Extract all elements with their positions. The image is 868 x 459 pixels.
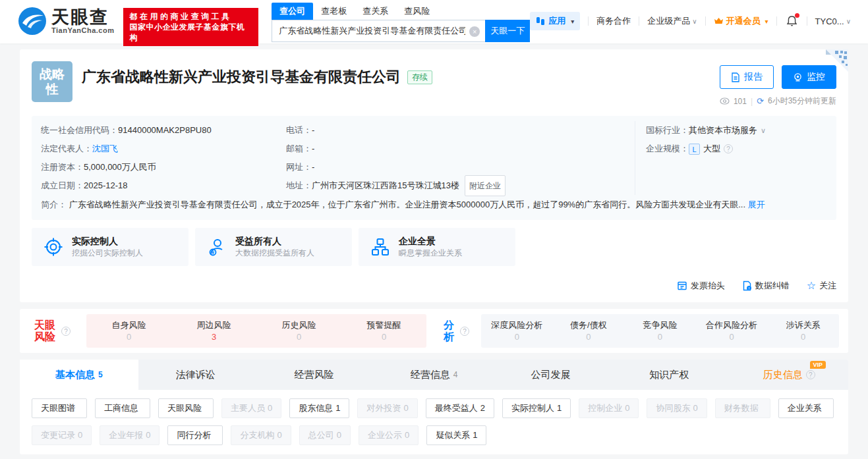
competition-risk-item[interactable]: 竞争风险 0 [624,319,696,343]
apps-grid-icon [536,16,545,26]
update-time: 6小时35分钟前更新 [768,95,836,107]
tianyancha-logo[interactable]: 天眼查 TianYanCha.com [18,7,114,35]
legal-rep-link[interactable]: 沈国飞 [92,140,118,158]
chip-company-relations[interactable]: 企业关系 [778,398,834,418]
reg-capital-label: 注册资本： [41,158,84,176]
question-icon[interactable]: ? [724,144,733,153]
tab-history-info[interactable]: 历史信息 ? VIP [730,360,848,390]
brand-name: 天眼查 [51,8,114,26]
est-date-value: 2025-12-18 [84,176,128,195]
scale-value: 大型 [703,140,720,158]
tab-legal-litigation[interactable]: 法律诉讼 [138,360,257,390]
chip-change-records: 变更记录0 [32,425,92,445]
beneficial-owner-card[interactable]: ¥ 受益所有人 大数据挖掘受益所有人 [195,228,352,266]
search-tab-risk[interactable]: 查风险 [396,3,438,20]
apps-label: 应用 [548,15,565,27]
chevron-down-icon[interactable]: ∨ [761,121,766,140]
chip-ultimate-beneficiary[interactable]: 最终受益人2 [426,398,494,418]
search-tab-company[interactable]: 查公司 [272,3,313,20]
open-vip-menu[interactable]: 开通会员 ▾ [714,15,768,27]
user-account-menu[interactable]: TYC0... ∨ [815,16,851,26]
search-area: 查公司 查老板 查关系 查风险 × 天眼一下 [272,4,530,42]
company-panorama-card[interactable]: 企业全景 瞬息掌握企业关系 [359,228,515,266]
chip-suspected-relations[interactable]: 疑似关系1 [426,425,486,445]
historical-risk-item[interactable]: 历史风险 0 [256,319,341,343]
question-icon: ? [806,370,815,379]
litigation-relation-item[interactable]: 涉诉关系 0 [767,319,839,343]
chip-business-registration[interactable]: 工商信息 [95,398,150,418]
slogan-banner: 都在用的商业查询工具 国家中小企业发展子基金旗下机构 [123,8,258,46]
search-tab-boss[interactable]: 查老板 [313,3,355,20]
main-tabbar: 基本信息5 法律诉讼 经营风险 经营信息4 公司发展 知识产权 历史信息 ? V… [20,360,848,390]
chip-tianyan-risk[interactable]: 天眼风险 [158,398,214,418]
target-icon [43,237,63,257]
nav-divider [639,16,639,26]
search-input[interactable] [272,20,485,41]
email-value: - [312,140,314,158]
nearby-companies-button[interactable]: 附近企业 [465,175,506,196]
nav-divider [588,16,589,26]
intro-label: 简介： [41,200,67,209]
apps-menu[interactable]: 应用 ▾ [530,12,580,30]
question-icon[interactable]: ? [460,327,469,336]
question-icon[interactable]: ? [61,327,71,336]
vip-badge: VIP [810,361,826,369]
risk-counts-panel: 自身风险 0 周边风险 3 历史风险 0 预警提醒 0 [86,314,426,348]
caret-down-icon: ▾ [571,18,574,25]
enterprise-products-menu[interactable]: 企业级产品 ∨ [647,15,697,27]
anchor-chips-zone: 天眼图谱 工商信息 天眼风险 主要人员0 股东信息1 对外投资0 最终受益人2 … [20,390,848,454]
chip-tianyan-graph[interactable]: 天眼图谱 [32,398,87,418]
chip-peer-analysis[interactable]: 同行分析 [167,425,223,445]
actual-controller-card[interactable]: 实际控制人 挖掘公司实际控制人 [32,228,188,266]
tab-intellectual-property[interactable]: 知识产权 [612,360,730,390]
tab-company-development[interactable]: 公司发展 [493,360,612,390]
svg-text:!: ! [748,286,749,290]
business-cooperation-link[interactable]: 商务合作 [596,15,631,27]
warning-reminder-item[interactable]: 预警提醒 0 [341,319,426,343]
phone-label: 电话： [286,121,312,140]
stats-divider: | [751,97,753,106]
chevron-down-icon: ∨ [692,18,697,25]
beneficiary-icon: ¥ [207,237,227,257]
nav-divider [776,16,777,26]
chip-shareholders[interactable]: 股东信息1 [289,398,349,418]
reg-capital-value: 5,000,000万人民币 [84,158,156,176]
search-tab-relation[interactable]: 查关系 [355,3,396,20]
phone-value: - [312,121,314,140]
expand-link[interactable]: 展开 [748,200,765,209]
follow-button[interactable]: ☆ 关注 [807,279,836,292]
surrounding-risk-item[interactable]: 周边风险 3 [171,319,256,343]
company-name: 广东省战略性新兴产业投资引导基金有限责任公司 [82,67,401,87]
nav-divider [705,16,706,26]
notification-bell-icon[interactable] [786,15,797,27]
data-correction-button[interactable]: ! 数据纠错 [742,280,790,292]
chip-financial-data: 财务数据 [715,398,770,418]
legal-rep-label: 法定代表人： [41,140,92,158]
tab-operational-risk[interactable]: 经营风险 [256,360,375,390]
tab-basic-info[interactable]: 基本信息5 [20,360,138,390]
cooperation-risk-item[interactable]: 合作风险分析 0 [696,319,768,343]
website-value: - [312,158,314,176]
report-button[interactable]: 报告 [720,65,774,89]
slogan-line2: 国家中小企业发展子基金旗下机构 [129,22,252,43]
debt-credit-item[interactable]: 债务/债权 0 [553,319,625,343]
intro-text: 广东省战略性新兴产业投资引导基金有限责任公司，成立于2025年，位于广东省广州市… [69,200,745,209]
company-summary-card: 战略 性 广东省战略性新兴产业投资引导基金有限责任公司 存续 报告 [20,49,848,302]
chip-actual-controller[interactable]: 实际控制人1 [502,398,571,418]
eye-icon [720,97,730,105]
scale-label: 企业规模： [646,140,689,158]
email-label: 邮箱： [286,140,312,158]
brand-domain: TianYanCha.com [51,26,114,34]
self-risk-item[interactable]: 自身风险 0 [86,319,171,343]
nav-divider [807,16,807,26]
tab-business-info[interactable]: 经营信息4 [375,360,494,390]
status-badge: 存续 [407,70,432,84]
deep-risk-analysis-item[interactable]: 深度风险分析 0 [481,319,553,343]
corner-qr-decoration[interactable] [822,49,848,76]
est-date-label: 成立日期： [41,176,84,195]
chip-branches: 分支机构0 [231,425,291,445]
invoice-title-button[interactable]: 发票抬头 [677,280,725,292]
website-label: 网址： [286,158,312,176]
search-button[interactable]: 天眼一下 [485,20,530,42]
refresh-icon[interactable]: ⟳ [757,96,764,106]
